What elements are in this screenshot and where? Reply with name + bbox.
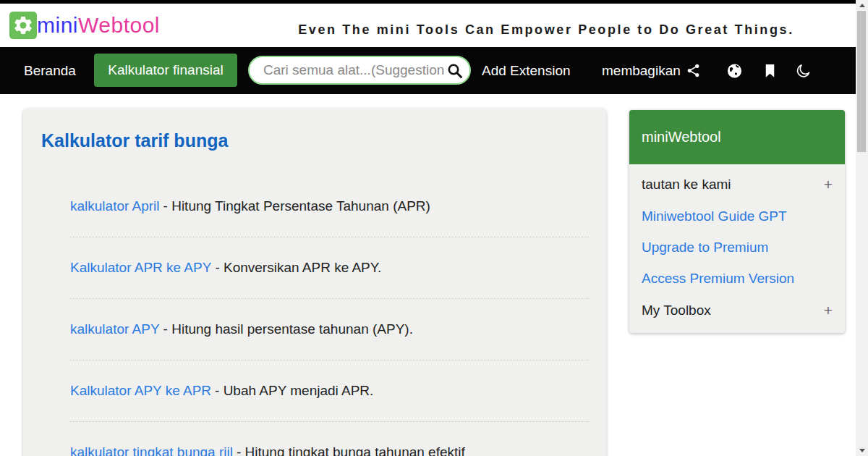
- brand-name-prefix: mini: [37, 13, 78, 37]
- nav-home-link[interactable]: Beranda: [24, 63, 76, 79]
- scrollbar-up-arrow[interactable]: [856, 0, 868, 11]
- share-nodes-icon: [686, 63, 701, 78]
- list-item: kalkulator April- Hitung Tingkat Persent…: [70, 176, 589, 237]
- list-item: kalkulator APY- Hitung hasil persentase …: [70, 299, 589, 360]
- sidebar-header: miniWebtool: [629, 110, 845, 164]
- scrollbar-thumb[interactable]: [857, 11, 866, 152]
- sidebar-body: tautan ke kami + Miniwebtool Guide GPT U…: [629, 164, 845, 333]
- sidebar-item-upgrade-premium[interactable]: Upgrade to Premium: [629, 232, 845, 263]
- tool-link-apr-to-apy[interactable]: Kalkulator APR ke APY: [70, 260, 211, 275]
- page-title: Kalkulator tarif bunga: [41, 130, 589, 151]
- sidebar-item-access-premium[interactable]: Access Premium Version: [629, 263, 845, 295]
- tool-description: - Konversikan APR ke APY.: [215, 260, 381, 275]
- site-header: miniWebtool Even The mini Tools Can Empo…: [0, 4, 868, 47]
- nav-add-extension-link[interactable]: Add Extension: [482, 63, 571, 79]
- main-content-card: Kalkulator tarif bunga kalkulator April-…: [23, 109, 606, 456]
- tool-list: kalkulator April- Hitung Tingkat Persent…: [70, 176, 589, 456]
- tool-description: - Hitung hasil persentase tahunan (APY).: [163, 321, 413, 337]
- main-navbar: Beranda Kalkulator finansial Add Extensi…: [0, 47, 868, 94]
- site-tagline: Even The mini Tools Can Empower People t…: [246, 22, 846, 38]
- dark-mode-moon-icon[interactable]: [795, 62, 812, 79]
- tool-link-apy-calculator[interactable]: kalkulator APY: [70, 321, 160, 337]
- site-logo[interactable]: miniWebtool: [9, 12, 160, 39]
- brand-name-suffix: Webtool: [78, 13, 160, 37]
- plus-expand-icon[interactable]: +: [824, 176, 833, 193]
- sidebar: miniWebtool tautan ke kami + Miniwebtool…: [629, 110, 845, 333]
- list-item: Kalkulator APY ke APR- Ubah APY menjadi …: [70, 360, 589, 422]
- tool-link-apr-calculator[interactable]: kalkulator April: [70, 198, 160, 214]
- list-item: kalkulator tingkat bunga riil- Hitung ti…: [70, 422, 589, 456]
- list-item: Kalkulator APR ke APY- Konversikan APR k…: [70, 237, 589, 299]
- search-icon[interactable]: [446, 62, 464, 80]
- plus-expand-icon[interactable]: +: [824, 302, 833, 319]
- scrollbar-down-arrow[interactable]: [856, 445, 868, 456]
- tool-description: - Hitung Tingkat Persentase Tahunan (APR…: [163, 198, 430, 214]
- nav-share-button[interactable]: membagikan: [602, 63, 701, 79]
- tool-description: - Ubah APY menjadi APR.: [215, 383, 373, 398]
- tool-description: - Hitung tingkat bunga tahunan efektif: [237, 444, 465, 456]
- nav-financial-calculators-button[interactable]: Kalkulator finansial: [94, 54, 237, 87]
- search-box: [248, 56, 471, 85]
- language-globe-icon[interactable]: [726, 62, 743, 79]
- gear-icon: [9, 12, 37, 39]
- scrollbar[interactable]: [856, 0, 868, 456]
- tool-link-real-interest-rate[interactable]: kalkulator tingkat bunga riil: [70, 444, 233, 456]
- search-input[interactable]: [250, 57, 469, 83]
- sidebar-item-link-to-us[interactable]: tautan ke kami +: [629, 169, 845, 201]
- sidebar-item-my-toolbox[interactable]: My Toolbox +: [629, 295, 845, 327]
- tool-link-apy-to-apr[interactable]: Kalkulator APY ke APR: [70, 383, 211, 398]
- sidebar-item-guide-gpt[interactable]: Miniwebtool Guide GPT: [629, 201, 845, 232]
- bookmark-icon[interactable]: [762, 62, 778, 79]
- share-label: membagikan: [602, 63, 681, 79]
